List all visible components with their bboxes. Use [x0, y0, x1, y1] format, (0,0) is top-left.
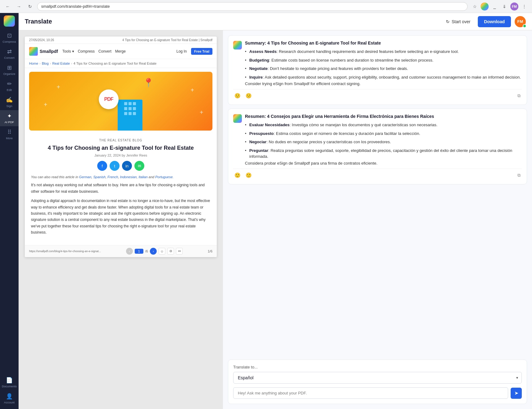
- address-bar[interactable]: smallpdf.com/translate-pdf#r=translate: [37, 2, 468, 11]
- translate-select[interactable]: English Español Français Deutsch Italian…: [233, 372, 522, 384]
- pdf-nav-merge[interactable]: Merge: [115, 49, 126, 54]
- browser-profile[interactable]: [481, 2, 489, 11]
- sidebar-item-organize[interactable]: ⊞ Organize: [0, 62, 19, 78]
- hero-location-pin: 📍: [143, 78, 154, 88]
- download-manager-button[interactable]: ⇓: [500, 2, 508, 11]
- refresh-icon: ↻: [446, 19, 450, 24]
- hero-plus-3: +: [190, 87, 194, 94]
- window: [129, 102, 132, 105]
- lang-french[interactable]: French: [107, 175, 118, 179]
- emoji-button[interactable]: ☺: [159, 248, 165, 255]
- sidebar-item-sign[interactable]: ✍ Sign: [0, 94, 19, 110]
- thumbs-up-button-1[interactable]: 🙂: [233, 92, 242, 99]
- page-number-input[interactable]: [135, 249, 143, 254]
- pdf-url: https://smallpdf.com/blog/4-tips-for-cho…: [29, 250, 101, 253]
- linkedin-share-button[interactable]: in: [122, 161, 132, 171]
- hero-building: [118, 100, 142, 131]
- lang-portuguese[interactable]: Portuguese: [155, 175, 172, 179]
- pdf-page-label: 1/6: [208, 249, 212, 253]
- article-meta: January 22, 2024 by Jennifer Rees: [31, 153, 211, 157]
- sidebar-item-ai-pdf[interactable]: ✦ AI PDF: [0, 110, 19, 126]
- zoom-out-button[interactable]: ⊖: [167, 248, 174, 255]
- sidebar-item-account[interactable]: 👤 Account: [0, 390, 19, 407]
- page-controls: ‹ /6 › ☺ ⊖ ⇔: [126, 248, 183, 255]
- translate-select-wrapper: English Español Français Deutsch Italian…: [233, 372, 522, 384]
- ai-card-footer-2: Considera probar eSign de Smallpdf para …: [245, 161, 522, 166]
- twitter-share-button[interactable]: t: [110, 161, 120, 171]
- pdf-article: THE REAL ESTATE BLOG 4 Tips for Choosing…: [25, 134, 217, 245]
- download-button[interactable]: Download: [478, 16, 511, 27]
- lang-indonesian[interactable]: Indonesian: [120, 175, 137, 179]
- breadcrumb-home[interactable]: Home: [29, 62, 38, 65]
- copy-button-1[interactable]: ⧉: [516, 92, 522, 100]
- thumbs-down-button-1[interactable]: 🙁: [244, 92, 253, 99]
- lang-german[interactable]: German: [79, 175, 91, 179]
- ai-message-content-1: Summary: 4 Tips for Choosing an E-signat…: [245, 41, 522, 86]
- organize-icon: ⊞: [7, 64, 12, 71]
- reload-button[interactable]: ↻: [26, 2, 34, 11]
- sidebar-item-edit[interactable]: ✏ Edit: [0, 78, 19, 94]
- hero-plus-1: +: [57, 84, 60, 91]
- facebook-share-button[interactable]: f: [97, 161, 107, 171]
- next-page-button[interactable]: ›: [150, 248, 157, 255]
- avatar[interactable]: FM: [515, 16, 526, 27]
- article-para-1: It's not always easy working out what so…: [31, 182, 211, 195]
- hero-pdf-circle: PDF: [99, 89, 119, 109]
- documents-icon: 📄: [6, 377, 13, 384]
- pdf-nav-convert[interactable]: Convert: [98, 49, 111, 54]
- thumbs-down-button-2[interactable]: 🙁: [244, 172, 253, 179]
- ai-send-button[interactable]: ➤: [511, 388, 522, 399]
- sidebar-item-more[interactable]: ⠿ More: [0, 126, 19, 142]
- lang-italian[interactable]: Italian: [138, 175, 147, 179]
- breadcrumb-real-estate[interactable]: Real Estate: [52, 62, 70, 65]
- ai-card-header-2: Resumen: 4 Consejos para Elegir una Herr…: [233, 114, 522, 166]
- back-button[interactable]: ←: [4, 2, 12, 11]
- pdf-nav-login[interactable]: Log In: [177, 49, 187, 54]
- ai-card-english: Summary: 4 Tips for Choosing an E-signat…: [228, 35, 527, 105]
- breadcrumb-current: 4 Tips for Choosing an E-signature Tool …: [73, 62, 156, 65]
- reaction-buttons-2: 🙂 🙁: [233, 172, 253, 179]
- more-icon: ⠿: [7, 129, 11, 136]
- ai-bullet-1-2: Budgeting: Estimate costs based on licen…: [245, 57, 522, 63]
- menu-button[interactable]: ⋮: [520, 2, 528, 11]
- browser-user-button[interactable]: FM: [510, 2, 518, 11]
- bookmark-button[interactable]: ☆: [471, 2, 479, 11]
- lang-prefix: You can also read this article in: [31, 175, 78, 179]
- thumbs-up-button-2[interactable]: 🙂: [233, 172, 242, 179]
- pdf-nav-trial-button[interactable]: Free Trial: [191, 48, 212, 55]
- pdf-panel[interactable]: 27/05/2024, 10:26 4 Tips for Choosing an…: [19, 30, 223, 409]
- edit-icon: ✏: [7, 80, 12, 87]
- ai-bullet-2-3: Negociar: No dudes en negociar precios y…: [245, 139, 522, 145]
- top-bar-actions: ↻ Start over Download FM: [442, 16, 526, 27]
- ai-bullet-2-1: Evaluar Necesidades: Investiga cómo se m…: [245, 122, 522, 128]
- breadcrumb-sep-2: ›: [50, 62, 51, 65]
- sidebar-item-convert[interactable]: ⇄ Convert: [0, 46, 19, 62]
- pdf-nav-compress[interactable]: Compress: [78, 49, 95, 54]
- extensions-button[interactable]: ⎯: [491, 2, 499, 11]
- ai-chat-input[interactable]: [233, 387, 508, 399]
- page-total: /6: [145, 249, 148, 253]
- window: [124, 112, 127, 115]
- prev-page-button[interactable]: ‹: [126, 248, 133, 255]
- forward-button[interactable]: →: [15, 2, 23, 11]
- whatsapp-share-button[interactable]: ✉: [134, 161, 144, 171]
- breadcrumb-blog[interactable]: Blog: [42, 62, 49, 65]
- lang-spanish[interactable]: Spanish: [93, 175, 106, 179]
- copy-button-2[interactable]: ⧉: [516, 171, 522, 179]
- sidebar-item-compress[interactable]: ⊡ Compress: [0, 30, 19, 46]
- ai-reactions-2: 🙂 🙁 ⧉: [233, 169, 522, 179]
- breadcrumb-sep-3: ›: [71, 62, 72, 65]
- ai-reactions-1: 🙂 🙁 ⧉: [233, 89, 522, 100]
- ai-panel: Summary: 4 Tips for Choosing an E-signat…: [223, 30, 532, 409]
- sidebar-logo[interactable]: [4, 15, 15, 27]
- article-title: 4 Tips for Choosing an E-signature Tool …: [31, 144, 211, 152]
- start-over-button[interactable]: ↻ Start over: [442, 17, 474, 27]
- sidebar-item-documents[interactable]: 📄 Documents: [0, 374, 19, 390]
- ai-card-header-1: Summary: 4 Tips for Choosing an E-signat…: [233, 41, 522, 86]
- window: [124, 107, 127, 110]
- pdf-nav-dropdown-icon: ▾: [72, 49, 74, 54]
- ai-logo-1: [233, 41, 242, 50]
- ai-card-footer-1: Consider trying eSign from Smallpdf for …: [245, 81, 522, 86]
- account-icon: 👤: [6, 393, 13, 400]
- zoom-fit-button[interactable]: ⇔: [176, 248, 183, 255]
